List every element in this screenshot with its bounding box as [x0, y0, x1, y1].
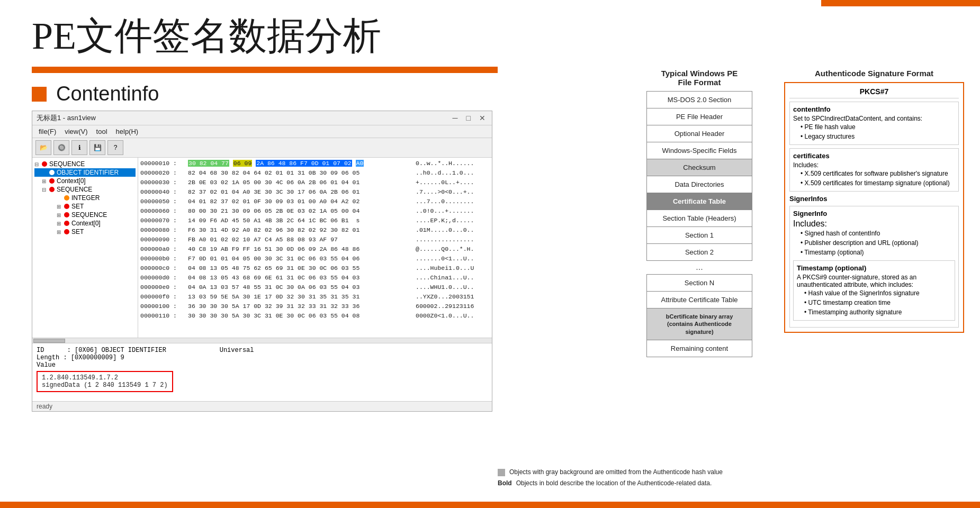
asn1-window: 无标题1 - asn1view ─ □ ✕ file(F) view(V) to…: [32, 111, 492, 412]
window-controls: ─ □ ✕: [451, 114, 488, 122]
tree-dot-blue: [49, 170, 55, 175]
timestamp-bullet1: Hash value of the SignerInfos signature: [804, 288, 951, 298]
timestamp-title: Timestamp (optional): [797, 264, 951, 272]
tree-label: SET: [71, 228, 84, 235]
tree-set1[interactable]: ⊞ SET: [34, 202, 136, 211]
pe-file-format-diagram: Typical Windows PE File Format MS-DOS 2.…: [646, 69, 752, 357]
minimize-button[interactable]: ─: [451, 114, 460, 122]
pe-block-checksum: Checksum: [646, 159, 752, 176]
id-value: : [0X06] OBJECT IDENTIFIER: [67, 347, 166, 354]
tree-sequence3[interactable]: ⊞ SEQUENCE: [34, 211, 136, 219]
hex-highlight-selected: A0: [356, 160, 364, 167]
contentinfo-bullet2: Legacy structures: [801, 132, 955, 141]
hex-panel: 00000010 : 30 82 04 77 06 09 2A 86 48 86…: [138, 158, 492, 338]
hex-highlight-blue: 2A 86 48 86 F7 0D 01 07 02: [256, 160, 352, 167]
hex-row: 000000f0 : 13 03 59 5E 5A 30 1E 17 0D 32…: [140, 292, 490, 302]
tree-label: INTEGER: [71, 194, 100, 202]
tree-dot-orange: [64, 195, 69, 201]
hex-row: 00000110 : 30 30 30 30 5A 30 3C 31 0E 30…: [140, 311, 490, 321]
tree-context0[interactable]: ⊞ Context[0]: [34, 177, 136, 185]
signerinfos-label: SignerInfos: [789, 195, 959, 203]
tree-dot-red: [42, 161, 47, 167]
timestamp-section: Timestamp (optional) A PKCS#9 counter-si…: [793, 260, 955, 321]
legend-bold-text: Objects in bold describe the location of…: [516, 479, 712, 487]
tree-label: OBJECT IDENTIFIER: [57, 169, 119, 176]
certificates-bullet1: X.509 certificates for software publishe…: [801, 169, 955, 178]
horizontal-scrollbar[interactable]: [32, 338, 492, 343]
contentinfo-title: contentInfo: [793, 105, 955, 113]
tree-label: SEQUENCE: [71, 211, 107, 219]
id-row: ID : [0X06] OBJECT IDENTIFIER Universal: [37, 347, 488, 354]
hex-row: 00000030 : 2B 0E 03 02 1A 05 00 30 4C 06…: [140, 178, 490, 187]
menu-tool[interactable]: tool: [92, 126, 112, 137]
contentinfo-desc: Set to SPCIndirectDataContent, and conta…: [793, 115, 955, 122]
tree-label: Context[0]: [57, 177, 86, 185]
hex-row: 00000020 : 82 04 68 30 82 04 64 02 01 01…: [140, 168, 490, 178]
menu-help[interactable]: help(H): [112, 126, 143, 137]
pe-block-certtable: Certificate Table: [646, 193, 752, 210]
menu-file[interactable]: file(F): [34, 126, 60, 137]
certificates-bullet2: X.509 certificates for timestamp signatu…: [801, 178, 955, 188]
pe-diagram-title: Typical Windows PE File Format: [646, 69, 752, 87]
value-row: Value: [37, 361, 488, 369]
hex-row: 000000c0 : 04 08 13 05 48 75 62 65 69 31…: [140, 264, 490, 273]
pe-block-section1: Section 1: [646, 226, 752, 244]
tree-label: SEQUENCE: [57, 186, 92, 193]
tree-sequence-root[interactable]: ⊟ SEQUENCE: [34, 160, 136, 168]
tree-context0b[interactable]: ⊞ Context[0]: [34, 219, 136, 228]
tree-panel[interactable]: ⊟ SEQUENCE OBJECT IDENTIFIER ⊞ Context[0…: [32, 158, 138, 338]
toolbar-help-btn[interactable]: ?: [107, 140, 123, 155]
menu-view[interactable]: view(V): [60, 126, 92, 137]
window-titlebar: 无标题1 - asn1view ─ □ ✕: [32, 111, 492, 125]
signerinfo-bullet1: Signed hash of contentInfo: [801, 229, 955, 238]
pe-block-msdos: MS-DOS 2.0 Section: [646, 91, 752, 108]
oid-box: 1.2.840.113549.1.7.2 signedData (1 2 840…: [37, 371, 173, 392]
toolbar-save-btn[interactable]: 💾: [89, 140, 105, 155]
pe-block-fileheader: PE File Header: [646, 108, 752, 125]
auth-diagram-title: Authenticode Signature Format: [784, 69, 964, 78]
oid-line2: signedData (1 2 840 113549 1 7 2): [42, 382, 168, 389]
tree-label: Context[0]: [71, 220, 101, 227]
hex-row: 000000b0 : F7 0D 01 01 04 05 00 30 3C 31…: [140, 254, 490, 264]
tree-dot-red7: [64, 229, 69, 234]
tree-set2[interactable]: ⊞ SET: [34, 228, 136, 236]
tree-sequence2[interactable]: ⊟ SEQUENCE: [34, 185, 136, 194]
hex-row: 00000060 : 80 00 30 21 30 09 06 05 2B 0E…: [140, 206, 490, 216]
info-panel: ID : [0X06] OBJECT IDENTIFIER Universal …: [32, 343, 492, 401]
hex-row: 00000090 : FB A0 01 02 02 10 A7 C4 A5 88…: [140, 235, 490, 244]
toolbar-folder-btn[interactable]: 🔘: [53, 140, 69, 155]
tree-object-identifier[interactable]: OBJECT IDENTIFIER: [34, 168, 136, 177]
pe-dots: ...: [646, 260, 752, 274]
pe-block-section2: Section 2: [646, 243, 752, 261]
bottom-orange-bar: [0, 502, 980, 508]
legend-bold-row: Bold Objects in bold describe the locati…: [498, 479, 723, 487]
scrollbar-thumb[interactable]: [33, 339, 65, 343]
legend-gray-icon: [498, 469, 505, 476]
tree-label: SET: [71, 203, 84, 210]
tree-dot-red4: [64, 204, 69, 209]
pe-block-attrcerttable: Attribute Certificate Table: [646, 291, 752, 309]
hex-row: 000000d0 : 04 08 13 05 43 68 69 6E 61 31…: [140, 273, 490, 283]
tree-dot-red2: [49, 178, 55, 184]
id-type: Universal: [220, 347, 254, 354]
contentinfo-section: contentInfo Set to SPCIndirectDataConten…: [789, 102, 959, 145]
value-label: Value: [37, 361, 56, 369]
pe-block-bcertificate: bCertificate binary array(contains Authe…: [646, 308, 752, 340]
tree-dot-red3: [49, 187, 55, 192]
certificates-desc: Includes:: [793, 161, 955, 169]
auth-signature-diagram: Authenticode Signature Format PKCS#7 con…: [784, 69, 964, 333]
tree-dot-red5: [64, 212, 69, 217]
tree-label: SEQUENCE: [49, 160, 85, 168]
signerinfo-bullet2: Publisher description and URL (optional): [801, 238, 955, 248]
toolbar-open-btn[interactable]: 📂: [35, 140, 51, 155]
maximize-button[interactable]: □: [464, 114, 473, 122]
oid-line1: 1.2.840.113549.1.7.2: [42, 374, 168, 382]
asn1-main-area: ⊟ SEQUENCE OBJECT IDENTIFIER ⊞ Context[0…: [32, 158, 492, 338]
orange-square-icon: [32, 87, 47, 102]
close-button[interactable]: ✕: [477, 114, 488, 122]
toolbar: 📂 🔘 ℹ 💾 ?: [32, 138, 492, 158]
tree-integer[interactable]: INTEGER: [34, 194, 136, 202]
timestamp-bullet3: Timestamping authority signature: [804, 307, 951, 317]
legend: Objects with gray background are omitted…: [498, 468, 723, 487]
toolbar-info-btn[interactable]: ℹ: [71, 140, 87, 155]
